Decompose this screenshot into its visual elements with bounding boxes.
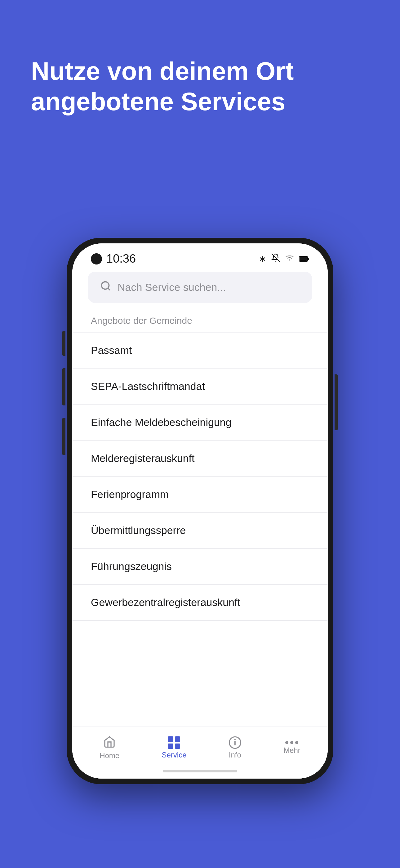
list-item[interactable]: Führungszeugnis [72, 549, 328, 585]
service-grid-icon [168, 736, 180, 749]
list-item-label: Übermittlungssperre [91, 524, 186, 536]
status-bar: 10:36 ∗ [72, 243, 328, 269]
home-icon [103, 736, 116, 749]
list-item-label: Führungszeugnis [91, 560, 172, 572]
svg-rect-2 [308, 258, 309, 260]
phone-frame: 10:36 ∗ [67, 238, 333, 784]
nav-mehr-label: Mehr [284, 746, 300, 755]
list-item-label: SEPA-Lastschriftmandat [91, 380, 205, 392]
nav-home-label: Home [100, 751, 120, 760]
power-button [335, 374, 338, 430]
list-item[interactable]: Übermittlungssperre [72, 513, 328, 549]
hero-section: Nutze von deinem Ort angebotene Services [0, 0, 400, 142]
list-item-label: Gewerbezentralregisterauskunft [91, 596, 240, 608]
list-item-label: Einfache Meldebescheinigung [91, 416, 232, 428]
list-item-label: Melderegisterauskunft [91, 452, 195, 464]
silent-switch [62, 418, 65, 455]
list-item[interactable]: Passamt [72, 332, 328, 369]
status-icons: ∗ [259, 253, 309, 264]
search-icon [100, 280, 111, 294]
section-title: Angebote der Gemeinde [72, 315, 328, 332]
svg-line-5 [108, 288, 110, 290]
svg-rect-3 [300, 257, 307, 261]
nav-service-label: Service [162, 751, 186, 760]
list-item[interactable]: Ferienprogramm [72, 476, 328, 513]
services-list: Passamt SEPA-Lastschriftmandat Einfache … [72, 332, 328, 726]
status-time: 10:36 [106, 252, 136, 266]
list-item[interactable]: Melderegisterauskunft [72, 440, 328, 476]
home-indicator [72, 766, 328, 779]
nav-home[interactable]: Home [90, 733, 129, 763]
search-bar[interactable]: Nach Service suchen... [88, 272, 312, 303]
home-bar [163, 770, 237, 772]
bell-off-icon [271, 253, 280, 264]
hero-title: Nutze von deinem Ort angebotene Services [31, 56, 369, 117]
nav-info[interactable]: i Info [220, 733, 251, 763]
phone-screen: 10:36 ∗ [72, 243, 328, 779]
svg-line-0 [272, 254, 280, 262]
list-item[interactable]: Gewerbezentralregisterauskunft [72, 585, 328, 621]
list-item[interactable]: SEPA-Lastschriftmandat [72, 369, 328, 404]
search-input[interactable]: Nach Service suchen... [118, 281, 226, 293]
battery-icon [299, 254, 309, 264]
phone-mockup: 10:36 ∗ [67, 154, 333, 868]
nav-service[interactable]: Service [152, 733, 196, 763]
volume-up-button [62, 331, 65, 356]
list-item-label: Passamt [91, 344, 132, 356]
nav-mehr[interactable]: Mehr [274, 738, 310, 758]
camera-icon [91, 253, 102, 265]
nav-info-label: Info [229, 751, 241, 760]
info-icon: i [229, 736, 241, 749]
list-item-label: Ferienprogramm [91, 488, 169, 500]
volume-down-button [62, 368, 65, 405]
bluetooth-icon: ∗ [259, 253, 266, 264]
mehr-icon [285, 741, 298, 744]
status-left: 10:36 [91, 252, 136, 266]
svg-point-4 [102, 282, 109, 289]
list-item[interactable]: Einfache Meldebescheinigung [72, 404, 328, 440]
wifi-icon [285, 254, 294, 264]
app-content: Nach Service suchen... Angebote der Geme… [72, 269, 328, 779]
bottom-nav: Home Service i Info [72, 726, 328, 766]
